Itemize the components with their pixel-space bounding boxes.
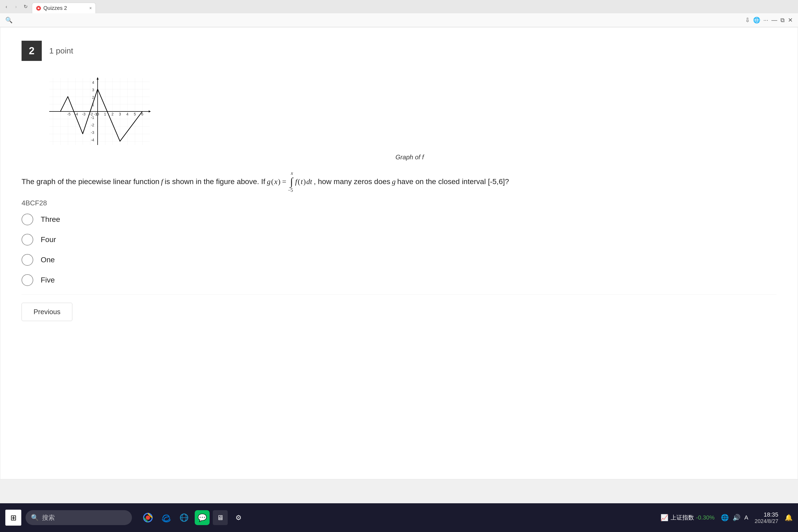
svg-text:1: 1 — [104, 112, 106, 116]
taskbar-ie-icon[interactable] — [177, 510, 191, 525]
choice-one-label: One — [41, 255, 55, 264]
svg-text:2: 2 — [92, 95, 94, 99]
address-input[interactable] — [16, 17, 741, 23]
stock-chart-icon: 📈 — [661, 514, 668, 521]
radio-five[interactable] — [22, 274, 33, 286]
back-button[interactable]: ‹ — [2, 2, 11, 11]
close-icon[interactable]: ✕ — [788, 17, 793, 24]
question-header: 2 1 point — [22, 41, 776, 61]
taskbar-desktop-icon[interactable]: 🖥 — [213, 510, 228, 525]
taskbar-chrome-icon[interactable] — [140, 510, 155, 525]
network-icon[interactable]: 🌐 — [721, 514, 729, 521]
math-formula: g(x) = x ∫ −5 f(t)dt — [267, 169, 312, 195]
svg-text:4: 4 — [126, 112, 129, 116]
question-id: 4BCF28 — [22, 199, 776, 207]
choice-three[interactable]: Three — [22, 214, 776, 225]
refresh-button[interactable]: ↻ — [21, 2, 30, 11]
choice-four[interactable]: Four — [22, 234, 776, 246]
minimize-icon[interactable]: — — [772, 17, 777, 24]
choice-three-label: Three — [41, 215, 60, 224]
forward-button[interactable]: › — [12, 2, 20, 11]
stock-label: 上证指数 — [670, 514, 694, 521]
choice-five[interactable]: Five — [22, 274, 776, 286]
function-graph: -5 -4 -3 -2 -1 O 1 2 3 4 5 6 4 3 2 1 -1 … — [43, 72, 155, 151]
svg-text:2: 2 — [111, 112, 114, 116]
main-content: 2 1 point -5 -4 — [0, 27, 798, 479]
notification-icon[interactable]: 🔔 — [785, 514, 793, 521]
taskbar-search-icon: 🔍 — [31, 514, 39, 521]
tab-title: Quizzes 2 — [43, 5, 67, 11]
tab-favicon — [36, 5, 41, 11]
question-number-badge: 2 — [22, 41, 42, 61]
svg-point-27 — [146, 515, 150, 520]
choice-five-label: Five — [41, 276, 55, 284]
maximize-icon[interactable]: ⧉ — [780, 17, 785, 24]
radio-one[interactable] — [22, 254, 33, 266]
graph-container: -5 -4 -3 -2 -1 O 1 2 3 4 5 6 4 3 2 1 -1 … — [43, 72, 776, 161]
taskbar-search-box[interactable]: 🔍 搜索 — [25, 510, 132, 525]
taskbar-system-icons: 🌐 🔊 A — [721, 514, 748, 521]
navigation-bar: Previous Next — [22, 294, 776, 329]
radio-four[interactable] — [22, 234, 33, 246]
svg-text:O: O — [96, 112, 99, 116]
g-variable: g — [392, 175, 396, 188]
radio-three[interactable] — [22, 214, 33, 225]
start-button[interactable]: ⊞ — [5, 510, 21, 526]
volume-icon[interactable]: 🔊 — [733, 514, 741, 521]
svg-text:-3: -3 — [82, 112, 86, 116]
svg-text:-4: -4 — [91, 138, 94, 142]
globe-icon[interactable]: 🌐 — [753, 17, 760, 24]
svg-text:-1: -1 — [91, 115, 94, 120]
taskbar: ⊞ 🔍 搜索 💬 — [0, 503, 798, 532]
taskbar-stock: 📈 上证指数 -0.30% — [661, 514, 715, 521]
previous-button[interactable]: Previous — [22, 303, 72, 321]
ime-icon[interactable]: A — [744, 514, 748, 521]
address-bar: 🔍 ⇩ 🌐 ··· — ⧉ ✕ — [0, 13, 798, 27]
choice-four-label: Four — [41, 235, 56, 244]
taskbar-edge-icon[interactable] — [158, 510, 173, 525]
answer-choices: Three Four One Five — [22, 214, 776, 286]
question-text: The graph of the piecewise linear functi… — [22, 169, 776, 195]
stock-change: -0.30% — [696, 514, 715, 521]
more-icon[interactable]: ··· — [763, 17, 768, 24]
taskbar-search-placeholder: 搜索 — [42, 513, 55, 522]
svg-text:-5: -5 — [67, 112, 71, 116]
svg-text:-3: -3 — [91, 130, 94, 135]
taskbar-wechat-icon[interactable]: 💬 — [195, 510, 210, 525]
clock-date: 2024/8/27 — [755, 518, 778, 524]
svg-text:4: 4 — [92, 80, 94, 84]
svg-text:3: 3 — [92, 88, 94, 92]
tab-close-button[interactable]: × — [89, 6, 92, 11]
svg-text:-2: -2 — [91, 123, 94, 127]
taskbar-right-area: 📈 上证指数 -0.30% 🌐 🔊 A 18:35 2024/8/27 🔔 — [661, 511, 793, 524]
f-variable: f — [161, 175, 163, 188]
browser-tab[interactable]: Quizzes 2 × — [32, 3, 96, 13]
address-search-icon: 🔍 — [5, 17, 13, 24]
taskbar-app-icons: 💬 🖥 ⚙ — [140, 510, 246, 525]
download-icon[interactable]: ⇩ — [745, 17, 750, 24]
clock-time: 18:35 — [755, 511, 778, 518]
taskbar-settings-icon[interactable]: ⚙ — [231, 510, 246, 525]
taskbar-clock[interactable]: 18:35 2024/8/27 — [755, 511, 778, 524]
choice-one[interactable]: One — [22, 254, 776, 266]
question-points: 1 point — [49, 46, 73, 55]
svg-text:3: 3 — [119, 112, 121, 116]
graph-label: Graph of f — [43, 153, 776, 161]
svg-text:5: 5 — [134, 112, 136, 116]
